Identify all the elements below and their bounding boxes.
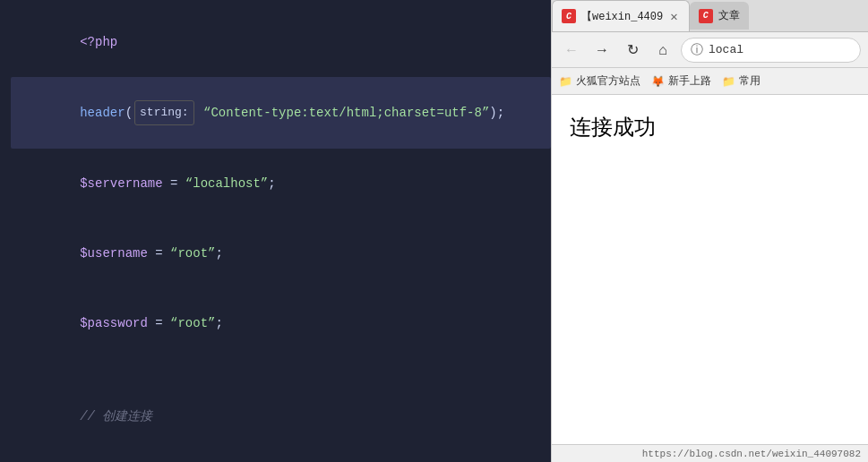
bookmark-item-3[interactable]: 常用 [722, 73, 761, 89]
browser-bookmarks-bar: 火狐官方站点 新手上路 常用 [552, 68, 868, 95]
code-line-7: // 创建连接 [11, 381, 551, 451]
var-password: $password [80, 316, 148, 330]
line-content-7: // 创建连接 [16, 381, 152, 451]
bookmark-folder-icon-1 [559, 74, 572, 89]
bookmark-label-1: 火狐官方站点 [576, 73, 640, 89]
info-icon: ⓘ [691, 42, 703, 58]
browser-tab-active[interactable]: C 【weixin_4409 ✕ [552, 0, 690, 31]
browser-tab-inactive[interactable]: C 文章 [690, 2, 749, 30]
code-line-3: $servername = “localhost”; [11, 149, 551, 218]
code-line-1: <?php [11, 7, 551, 77]
line-content-2: header(string: “Content-type:text/html;c… [16, 77, 504, 149]
code-line-8: $conn = mysqli_connect($servername, $use… [11, 451, 551, 462]
address-text: local [709, 43, 743, 56]
bookmark-item-2[interactable]: 新手上路 [651, 73, 711, 89]
fn-header: header [80, 106, 125, 120]
page-success-text: 连接成功 [570, 113, 850, 141]
address-bar[interactable]: ⓘ local [681, 38, 861, 63]
browser-nav: ← → ↻ ⌂ ⓘ local [552, 32, 868, 68]
browser-panel: C 【weixin_4409 ✕ C 文章 ← → ↻ ⌂ ⓘ local 火狐… [551, 0, 868, 462]
browser-content: 连接成功 [552, 95, 868, 444]
browser-footer: https://blog.csdn.net/weixin_44097082 [552, 444, 868, 462]
autocomplete-tooltip: string: [134, 100, 194, 125]
line-content-5: $password = “root”; [16, 288, 223, 358]
tab-brand-logo-2: C [699, 9, 713, 23]
php-open-tag: <?php [80, 35, 117, 49]
line-content-4: $username = “root”; [16, 218, 223, 288]
browser-tabs: C 【weixin_4409 ✕ C 文章 [552, 0, 868, 32]
reload-button[interactable]: ↻ [620, 38, 645, 63]
code-line-4: $username = “root”; [11, 218, 551, 288]
footer-url: https://blog.csdn.net/weixin_44097082 [642, 449, 861, 459]
bookmark-folder-icon-3 [722, 74, 735, 89]
line-content-3: $servername = “localhost”; [16, 149, 276, 218]
bookmark-label-3: 常用 [739, 73, 761, 89]
line-content-1: <?php [16, 7, 117, 77]
var-username: $username [80, 246, 148, 261]
code-line-5: $password = “root”; [11, 288, 551, 358]
tab-close-button-1[interactable]: ✕ [668, 9, 679, 24]
bookmark-item-1[interactable]: 火狐官方站点 [559, 73, 640, 89]
code-line-6 [11, 358, 551, 381]
home-button[interactable]: ⌂ [650, 38, 675, 63]
forward-button[interactable]: → [589, 38, 614, 63]
line-content-6 [16, 358, 27, 381]
var-servername: $servername [80, 176, 162, 191]
code-area: <?php header(string: “Content-type:text/… [0, 0, 551, 462]
tab-brand-logo-1: C [562, 9, 576, 23]
tab-brand-letter-1: C [566, 12, 572, 21]
tab-label-2: 文章 [718, 8, 740, 23]
tab-label-1: 【weixin_4409 [581, 9, 663, 24]
bookmark-fire-icon-2 [651, 74, 665, 89]
tab-brand-letter-2: C [703, 11, 709, 21]
line-content-8: $conn = mysqli_connect($servername, $use… [16, 451, 517, 462]
code-editor: <?php header(string: “Content-type:text/… [0, 0, 551, 462]
back-button[interactable]: ← [559, 38, 584, 63]
code-line-2: header(string: “Content-type:text/html;c… [11, 77, 551, 149]
bookmark-label-2: 新手上路 [668, 73, 711, 89]
comment-create-connection: // 创建连接 [80, 409, 152, 424]
